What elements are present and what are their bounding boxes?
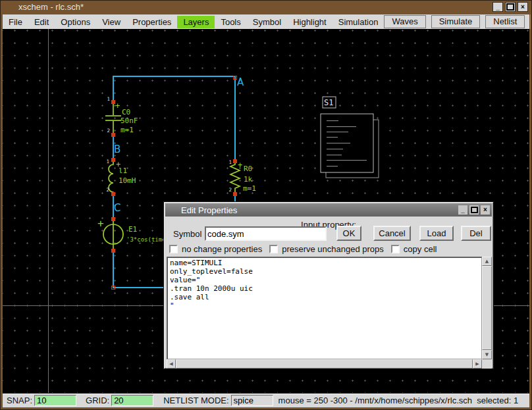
capacitor-value: 50nF [120, 116, 138, 125]
inductor-symbol[interactable]: 1 2 + l1 10mH [106, 158, 136, 196]
menubar: File Edit Options View Properties Layers… [3, 14, 529, 29]
dialog-maximize-icon[interactable] [469, 205, 479, 215]
edit-properties-dialog: Edit Properties _ × Input property: Symb… [163, 201, 494, 369]
del-button[interactable]: Del [461, 226, 491, 241]
menu-layers[interactable]: Layers [177, 16, 215, 28]
resistor-pin1-number: 1 [228, 159, 232, 165]
property-text-area-wrap: name=STIMULI only_toplevel=false value="… [167, 257, 492, 369]
dialog-minimize-icon[interactable]: _ [458, 205, 467, 215]
ok-button[interactable]: OK [336, 226, 361, 241]
scroll-up-icon[interactable]: ▲ [482, 257, 492, 266]
menu-options[interactable]: Options [55, 16, 96, 28]
menu-symbol[interactable]: Symbol [247, 16, 287, 28]
no-change-properties-label: no change properties [182, 244, 262, 254]
no-change-properties-checkbox[interactable] [169, 245, 178, 253]
scroll-left-icon[interactable]: ◀ [167, 359, 176, 369]
resistor-mult: m=1 [243, 184, 256, 193]
netlist-mode-label: NETLIST MODE: [163, 396, 228, 405]
menu-properties[interactable]: Properties [126, 16, 177, 28]
preserve-unchanged-props-checkbox[interactable] [269, 245, 278, 253]
waves-button[interactable]: Waves [384, 15, 425, 28]
window-controls: _ × [492, 2, 528, 12]
resistor-value: 1k [244, 175, 253, 184]
source-pin1-terminal [111, 217, 115, 221]
snap-input[interactable] [34, 395, 76, 406]
minimize-icon[interactable]: _ [492, 2, 503, 12]
inductor-pin2-terminal [111, 192, 115, 196]
cancel-button[interactable]: Cancel [373, 226, 411, 241]
dialog-controls: _ × [458, 205, 490, 215]
window-title: xschem - rlc.sch* [18, 2, 84, 12]
vertical-scroll-thumb[interactable] [482, 266, 492, 350]
menu-simulation[interactable]: Simulation [332, 16, 385, 28]
menu-view[interactable]: View [96, 16, 126, 28]
simulate-button[interactable]: Simulate [431, 15, 481, 28]
menu-highlight[interactable]: Highlight [287, 16, 332, 28]
grid-label: GRID: [86, 396, 109, 405]
copy-cell-checkbox[interactable] [391, 245, 400, 253]
code-symbol[interactable]: S1 [321, 97, 379, 178]
symbol-label: Symbol [173, 229, 201, 239]
node-label-b[interactable]: B [114, 143, 120, 155]
menu-file[interactable]: File [3, 16, 28, 28]
capacitor-plus-mark: + [115, 101, 120, 111]
capacitor-mult: m=1 [120, 126, 134, 134]
source-name: E1 [128, 225, 137, 234]
code-symbol-name: S1 [324, 98, 333, 107]
horizontal-scroll-thumb[interactable] [176, 359, 473, 369]
dialog-close-icon[interactable]: × [481, 205, 490, 215]
scroll-down-icon[interactable]: ▼ [482, 350, 492, 359]
node-label-c[interactable]: C [114, 202, 120, 214]
source-pin2-terminal [111, 249, 115, 253]
menu-edit[interactable]: Edit [28, 16, 55, 28]
property-text-area[interactable]: name=STIMULI only_toplevel=false value="… [167, 257, 482, 359]
xschem-window: xschem - rlc.sch* _ × File Edit Options … [0, 0, 532, 410]
maximize-icon[interactable] [505, 2, 516, 12]
resistor-pin1-terminal [233, 159, 237, 163]
capacitor-pin2-terminal [111, 133, 115, 137]
horizontal-scrollbar[interactable]: ◀ ▶ [167, 359, 482, 369]
capacitor-symbol[interactable]: 1 2 + C0 50nF m=1 [105, 96, 138, 137]
inductor-pin1-number: 1 [106, 159, 109, 165]
resistor-symbol[interactable]: 1 2 + R0 1k m=1 [228, 159, 255, 196]
dialog-titlebar[interactable]: Edit Properties _ × [165, 203, 492, 217]
menubar-right: Waves Simulate Netlist Help [384, 14, 532, 29]
netlist-mode-input[interactable] [231, 395, 273, 406]
mouse-status-text: mouse = 250 -300 - /mnt/x/home/schippes/… [279, 396, 519, 405]
copy-cell-label: copy cell [404, 244, 437, 254]
preserve-unchanged-props-label: preserve unchanged props [282, 244, 384, 254]
symbol-input[interactable] [205, 226, 327, 241]
scrollbar-corner [482, 359, 492, 369]
inductor-pin2-number: 2 [106, 187, 109, 193]
scroll-right-icon[interactable]: ▶ [473, 359, 482, 369]
load-button[interactable]: Load [419, 226, 454, 241]
capacitor-name: C0 [122, 108, 130, 116]
resistor-pin2-number: 2 [228, 187, 232, 193]
resistor-pin2-terminal [233, 192, 237, 196]
resistor-plus-mark: + [238, 161, 242, 170]
capacitor-pin2-number: 2 [107, 128, 110, 134]
vertical-scrollbar[interactable]: ▲ ▼ [482, 257, 492, 359]
capacitor-pin1-number: 1 [107, 96, 110, 102]
grid-input[interactable] [111, 395, 153, 406]
resistor-name: R0 [244, 165, 252, 173]
snap-label: SNAP: [7, 396, 32, 405]
inductor-name: l1 [119, 167, 127, 175]
close-icon[interactable]: × [518, 2, 528, 12]
source-plus-mark: + [97, 217, 104, 230]
netlist-button[interactable]: Netlist [485, 15, 525, 28]
menu-tools[interactable]: Tools [215, 16, 246, 28]
inductor-value: 10mH [119, 176, 136, 185]
statusbar: SNAP: GRID: NETLIST MODE: mouse = 250 -3… [3, 393, 529, 407]
inductor-pin1-terminal [111, 158, 115, 162]
dialog-checkbox-row: no change properties preserve unchanged … [169, 244, 444, 254]
node-label-a[interactable]: A [237, 76, 244, 88]
dialog-title: Edit Properties [181, 205, 237, 215]
maximize-glyph [506, 3, 514, 11]
window-titlebar[interactable]: xschem - rlc.sch* _ × [0, 0, 532, 14]
dialog-maximize-glyph [471, 207, 478, 213]
